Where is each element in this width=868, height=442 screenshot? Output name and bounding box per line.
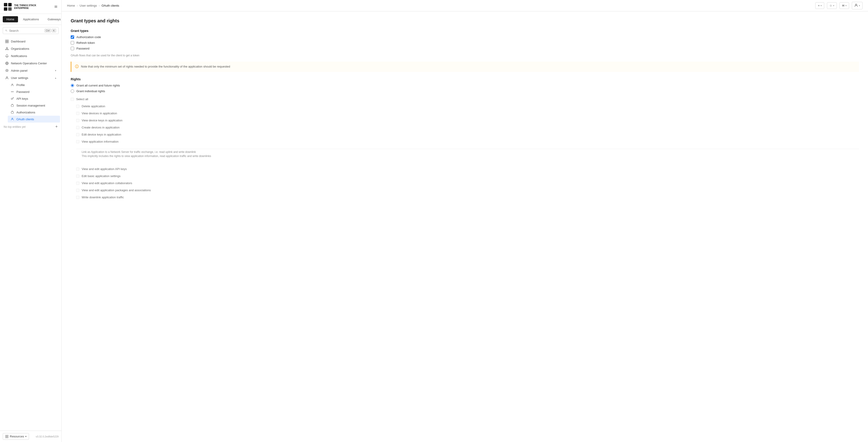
edit-device-keys-input[interactable]: [76, 133, 80, 136]
collapse-sidebar-btn[interactable]: [54, 5, 58, 9]
view-edit-collaborators-input[interactable]: [76, 182, 80, 185]
sidebar-item-session-management[interactable]: Session management: [8, 102, 60, 109]
view-devices-input[interactable]: [76, 112, 80, 115]
view-edit-api-keys-input[interactable]: [76, 168, 80, 171]
view-device-keys-input[interactable]: [76, 119, 80, 122]
refresh-token-checkbox[interactable]: Refresh token: [71, 41, 859, 45]
sidebar-item-profile[interactable]: Profile: [8, 82, 60, 88]
topbar-actions: + ▾ ☆ ▾ ✉ ▾ ▾: [815, 2, 863, 9]
svg-rect-9: [5, 40, 7, 41]
svg-point-13: [6, 47, 7, 48]
grant-all-input[interactable]: [71, 84, 74, 87]
search-input[interactable]: [9, 29, 42, 32]
sidebar-item-label: API keys: [17, 97, 28, 100]
breadcrumb-user-settings[interactable]: User settings: [80, 4, 97, 7]
svg-point-32: [856, 4, 857, 5]
sidebar-item-label: Organizations: [11, 47, 29, 51]
sidebar-item-api-keys[interactable]: API keys: [8, 95, 60, 102]
breadcrumb-home[interactable]: Home: [67, 4, 75, 7]
sidebar-item-authorizations[interactable]: Authorizations: [8, 109, 60, 116]
svg-rect-26: [11, 112, 13, 113]
sidebar-item-network-ops[interactable]: Network Operations Center: [1, 60, 60, 67]
svg-point-14: [5, 49, 6, 50]
breadcrumb-current: OAuth clients: [101, 4, 119, 7]
svg-point-22: [12, 91, 13, 92]
individual-rights-list: Select all Delete application View devic…: [71, 96, 859, 200]
grant-individual-input[interactable]: [71, 89, 74, 93]
info-banner: Note that only the minimum set of rights…: [71, 62, 859, 72]
star-icon: ☆: [830, 4, 832, 7]
main-content: Grant types and rights Grant types Autho…: [62, 11, 868, 442]
search-bar[interactable]: Ctrl K: [3, 27, 59, 34]
grant-all-radio[interactable]: Grant all current and future rights: [71, 84, 859, 87]
edit-device-keys-checkbox[interactable]: Edit device keys in application: [71, 132, 859, 137]
sidebar-item-label: Password: [17, 90, 29, 93]
gateways-nav-btn[interactable]: Gateways: [44, 16, 62, 22]
sidebar-item-admin-panel[interactable]: Admin panel ▾: [1, 67, 60, 74]
app-title: THE THINGS STACK ENTERPRISE: [14, 4, 36, 9]
sidebar-item-oauth-clients[interactable]: OAuth clients: [8, 116, 60, 122]
network-server-description: Link as Application to a Network Server …: [76, 149, 859, 159]
select-all-checkbox[interactable]: Select all: [71, 96, 859, 102]
svg-rect-1: [8, 3, 12, 6]
sidebar-item-label: Admin panel: [11, 69, 27, 72]
user-settings-icon: [5, 76, 9, 80]
password-checkbox[interactable]: Password: [71, 47, 859, 50]
edit-basic-settings-input[interactable]: [76, 175, 80, 178]
view-application-info-input[interactable]: [76, 140, 80, 143]
info-icon: [75, 65, 79, 69]
svg-line-8: [7, 31, 7, 31]
add-button[interactable]: + ▾: [815, 2, 824, 9]
no-top-entities: No top entities yet +: [0, 122, 61, 131]
topbar: Home › User settings › OAuth clients + ▾…: [62, 0, 868, 11]
chevron-down-icon: ▾: [845, 4, 846, 7]
write-downlink-input[interactable]: [76, 196, 80, 199]
sidebar-item-user-settings[interactable]: User settings ▴: [1, 74, 60, 82]
svg-rect-30: [5, 437, 7, 438]
authorization-code-checkbox[interactable]: Authorization code: [71, 35, 859, 39]
edit-basic-settings-checkbox[interactable]: Edit basic application settings: [71, 173, 859, 179]
select-all-input[interactable]: [71, 98, 74, 101]
chevron-down-icon: ▾: [25, 435, 27, 438]
view-device-keys-checkbox[interactable]: View device keys in application: [71, 118, 859, 123]
svg-point-21: [11, 91, 12, 92]
write-downlink-checkbox[interactable]: Write downlink application traffic: [71, 195, 859, 200]
refresh-token-input[interactable]: [71, 41, 74, 45]
sidebar-item-organizations[interactable]: Organizations: [1, 45, 60, 52]
authorization-code-input[interactable]: [71, 35, 74, 39]
sidebar-item-dashboard[interactable]: Dashboard: [1, 38, 60, 45]
view-edit-packages-input[interactable]: [76, 189, 80, 192]
view-devices-checkbox[interactable]: View devices in application: [71, 111, 859, 116]
svg-point-27: [12, 118, 13, 119]
password-input[interactable]: [71, 47, 74, 50]
view-edit-collaborators-checkbox[interactable]: View and edit application collaborators: [71, 180, 859, 186]
rights-label: Rights: [71, 77, 859, 81]
delete-application-checkbox[interactable]: Delete application: [71, 104, 859, 109]
user-profile-button[interactable]: ▾: [852, 2, 863, 9]
sidebar-item-password[interactable]: Password: [8, 88, 60, 95]
bookmarks-button[interactable]: ☆ ▾: [827, 2, 837, 9]
create-devices-input[interactable]: [76, 126, 80, 129]
sidebar-item-label: Profile: [17, 83, 25, 87]
session-icon: [10, 104, 14, 107]
grant-types-helper: OAuth flows that can be used for the cli…: [71, 54, 859, 57]
resources-button[interactable]: Resources ▾: [3, 433, 29, 440]
mail-button[interactable]: ✉ ▾: [839, 2, 849, 9]
home-nav-btn[interactable]: Home: [3, 16, 18, 22]
grant-individual-radio[interactable]: Grant individual rights: [71, 89, 859, 93]
view-application-info-checkbox[interactable]: View application information: [71, 139, 859, 144]
view-edit-api-keys-checkbox[interactable]: View and edit application API keys: [71, 166, 859, 172]
add-top-entity-btn[interactable]: +: [55, 124, 58, 129]
delete-application-input[interactable]: [76, 105, 80, 108]
grant-types-checkboxes: Authorization code Refresh token Passwor…: [71, 35, 859, 50]
view-edit-packages-checkbox[interactable]: View and edit application packages and a…: [71, 187, 859, 193]
chevron-down-icon: ▾: [833, 4, 834, 7]
top-nav-buttons: Home Applications Gateways: [0, 14, 61, 25]
breadcrumb: Home › User settings › OAuth clients: [67, 4, 119, 7]
grant-types-label: Grant types: [71, 29, 859, 33]
applications-nav-btn[interactable]: Applications: [20, 16, 43, 22]
create-devices-checkbox[interactable]: Create devices in application: [71, 125, 859, 130]
svg-rect-29: [7, 435, 8, 436]
organizations-icon: [5, 47, 9, 51]
sidebar-item-notifications[interactable]: Notifications: [1, 52, 60, 60]
